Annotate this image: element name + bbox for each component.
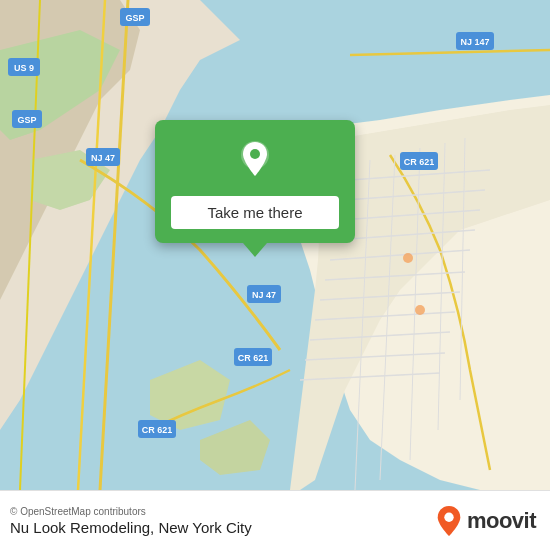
location-pin-icon bbox=[233, 138, 277, 182]
svg-text:NJ 47: NJ 47 bbox=[91, 153, 115, 163]
take-me-there-button[interactable]: Take me there bbox=[171, 196, 339, 229]
bottom-bar: © OpenStreetMap contributors Nu Look Rem… bbox=[0, 490, 550, 550]
osm-credit: © OpenStreetMap contributors bbox=[10, 506, 252, 517]
svg-text:US 9: US 9 bbox=[14, 63, 34, 73]
bottom-left-info: © OpenStreetMap contributors Nu Look Rem… bbox=[10, 506, 252, 536]
svg-point-42 bbox=[250, 149, 260, 159]
svg-point-43 bbox=[444, 512, 453, 521]
svg-text:NJ 47: NJ 47 bbox=[252, 290, 276, 300]
svg-text:NJ 147: NJ 147 bbox=[460, 37, 489, 47]
svg-text:GSP: GSP bbox=[17, 115, 36, 125]
moovit-pin-icon bbox=[435, 505, 463, 537]
map-svg: GSP US 9 NJ 147 GSP NJ 47 CR 621 NJ 47 C… bbox=[0, 0, 550, 490]
map-container: GSP US 9 NJ 147 GSP NJ 47 CR 621 NJ 47 C… bbox=[0, 0, 550, 490]
moovit-text: moovit bbox=[467, 508, 536, 534]
svg-text:CR 621: CR 621 bbox=[142, 425, 173, 435]
popup-card: Take me there bbox=[155, 120, 355, 243]
svg-point-22 bbox=[415, 305, 425, 315]
svg-point-21 bbox=[403, 253, 413, 263]
svg-text:CR 621: CR 621 bbox=[238, 353, 269, 363]
location-name: Nu Look Remodeling, New York City bbox=[10, 519, 252, 536]
svg-text:CR 621: CR 621 bbox=[404, 157, 435, 167]
moovit-logo: moovit bbox=[435, 505, 536, 537]
svg-text:GSP: GSP bbox=[125, 13, 144, 23]
